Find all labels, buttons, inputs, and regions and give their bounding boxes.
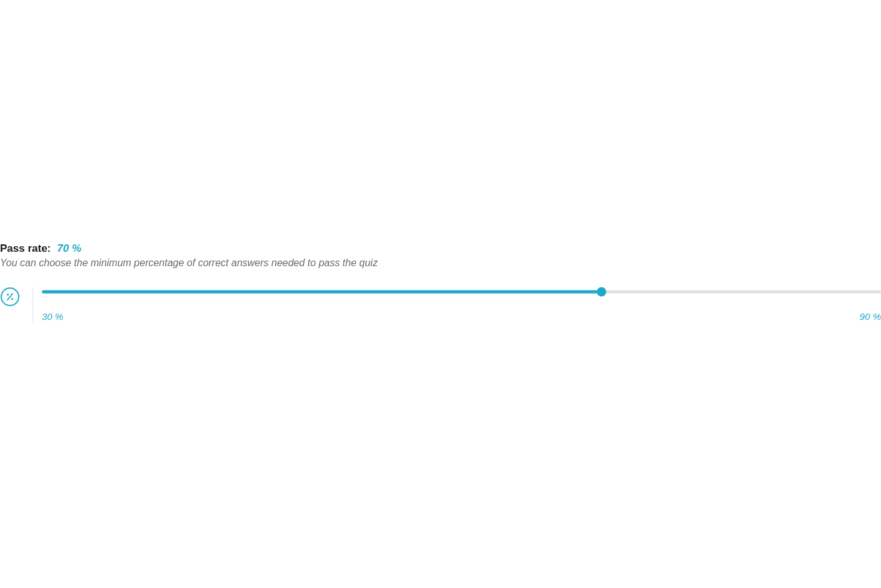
pass-rate-slider[interactable]	[42, 287, 881, 296]
slider-labels: 30 % 90 %	[42, 311, 881, 322]
percent-icon-wrap	[0, 287, 20, 322]
slider-column: 30 % 90 %	[42, 287, 881, 322]
slider-thumb[interactable]	[597, 287, 606, 297]
slider-min-label: 30 %	[42, 311, 63, 322]
pass-rate-section: Pass rate: 70 % You can choose the minim…	[0, 242, 881, 322]
divider	[33, 287, 33, 322]
pass-rate-value: 70 %	[57, 242, 81, 255]
slider-row: 30 % 90 %	[0, 287, 881, 322]
percent-icon	[1, 287, 19, 306]
pass-rate-header: Pass rate: 70 %	[0, 242, 881, 255]
slider-fill	[42, 291, 602, 294]
svg-point-1	[11, 298, 13, 300]
slider-max-label: 90 %	[860, 311, 881, 322]
pass-rate-label: Pass rate:	[0, 242, 51, 255]
svg-point-0	[7, 294, 9, 296]
pass-rate-description: You can choose the minimum percentage of…	[0, 257, 881, 269]
